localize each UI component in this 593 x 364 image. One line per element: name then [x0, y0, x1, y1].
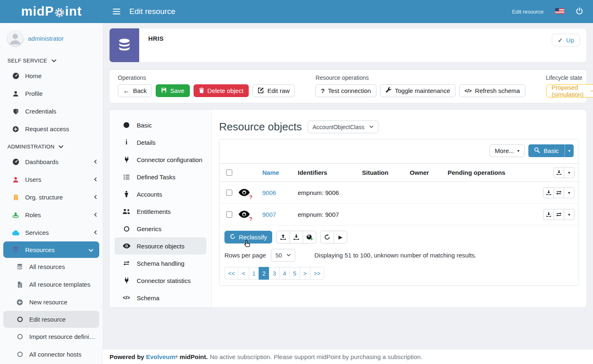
edit-raw-button[interactable]: Edit raw	[252, 84, 295, 97]
chevron-down-icon	[58, 145, 63, 148]
tab-label: Details	[137, 139, 156, 146]
tab-schema-handling[interactable]: Schema handling	[114, 255, 206, 272]
tab-defined-tasks[interactable]: Defined Tasks	[114, 168, 206, 185]
chevron-down-icon	[51, 59, 56, 63]
toggle-maintenance-button[interactable]: Toggle maintenance	[380, 84, 455, 97]
sidebar-item-credentials[interactable]: Credentials	[0, 102, 103, 120]
tab-connector-statistics[interactable]: Connector statistics	[114, 272, 206, 289]
sidebar-item-users[interactable]: Users	[0, 171, 103, 188]
rows-per-page-select[interactable]: 50	[271, 249, 296, 262]
cloud-icon	[12, 230, 20, 236]
object-name-link[interactable]: 9006	[262, 189, 298, 196]
object-class-select[interactable]: AccountObjectClass	[308, 121, 378, 133]
pagination-page-3[interactable]: 3	[269, 267, 280, 280]
tab-label: Generics	[137, 225, 161, 232]
sidebar-item-services[interactable]: Services	[0, 224, 103, 241]
sidebar-item-label: Request access	[25, 125, 97, 132]
registered-mark: ®	[175, 355, 178, 359]
logout-power-icon[interactable]	[576, 7, 583, 16]
sidebar-item-dashboards[interactable]: Dashboards	[0, 153, 103, 171]
pagination-prev[interactable]: <	[238, 267, 249, 280]
plus-circle-icon	[12, 126, 20, 132]
row-checkbox[interactable]	[226, 190, 232, 196]
tab-accounts[interactable]: Accounts	[114, 185, 206, 203]
row-checkbox[interactable]	[226, 211, 232, 218]
edit-raw-label: Edit raw	[267, 87, 289, 94]
sidebar-item-all-resources[interactable]: All resources	[0, 258, 103, 276]
pagination-page-1[interactable]: 1	[249, 267, 259, 280]
tab-entitlements[interactable]: Entitlements	[114, 203, 206, 220]
hamburger-menu-icon[interactable]	[113, 9, 120, 14]
tab-schema[interactable]: </> Schema	[114, 289, 206, 306]
refresh-icon	[230, 234, 236, 241]
column-header-owner: Owner	[410, 169, 448, 176]
paging-summary: Displaying 51 to 100, unknown number of …	[314, 252, 476, 259]
locale-flag-icon[interactable]	[555, 8, 564, 15]
caret-down-icon: ▾	[517, 148, 519, 153]
sidebar-item-resources[interactable]: Resources	[3, 241, 99, 258]
download-button[interactable]	[289, 231, 303, 243]
column-header-name[interactable]: Name	[262, 169, 298, 176]
export-menu-caret[interactable]: ▾	[564, 167, 574, 178]
wrench-icon	[385, 87, 392, 95]
play-button[interactable]: ▶	[334, 231, 347, 243]
circle-filled-icon	[122, 122, 131, 128]
app-logo[interactable]: midP int	[0, 0, 103, 23]
export-button[interactable]	[553, 167, 564, 178]
pagination-page-2[interactable]: 2	[259, 267, 269, 280]
row-exchange-button[interactable]	[553, 209, 564, 220]
user-panel[interactable]: administrator	[0, 23, 103, 52]
sidebar-item-import-resource-definition[interactable]: Import resource definit…	[0, 328, 103, 345]
back-button[interactable]: ← Back	[118, 84, 152, 97]
sidebar-item-profile[interactable]: Profile	[0, 85, 103, 102]
lifecycle-state-select[interactable]: Proposed (simulation)	[546, 84, 593, 97]
refresh-schema-button[interactable]: </> Refresh schema	[459, 84, 525, 97]
resource-status-badge[interactable]: ✓ Up	[552, 34, 580, 46]
row-menu-caret[interactable]: ▾	[564, 209, 574, 220]
sidebar-item-org-structure[interactable]: Org. structure	[0, 188, 103, 206]
pagination-last[interactable]: >>	[310, 267, 324, 280]
pagination-first[interactable]: <<	[224, 267, 238, 280]
evolveum-link[interactable]: Evolveum	[146, 353, 175, 360]
select-all-checkbox[interactable]	[226, 169, 232, 176]
tab-basic[interactable]: Basic	[114, 116, 206, 134]
pagination-page-5[interactable]: 5	[289, 267, 300, 280]
search-basic-button[interactable]: Basic ▾	[528, 144, 574, 157]
section-administration[interactable]: ADMINISTRATION	[0, 138, 103, 153]
refresh-table-button[interactable]	[320, 231, 334, 243]
caret-down-icon: ▾	[568, 190, 570, 195]
section-self-service[interactable]: SELF SERVICE	[0, 52, 103, 67]
search-mode-caret[interactable]: ▾	[565, 144, 574, 157]
more-filters-button[interactable]: More... ▾	[490, 144, 525, 157]
sidebar-item-edit-resource[interactable]: Edit resource	[3, 311, 99, 328]
sidebar-item-all-resource-templates[interactable]: All resource templates	[0, 276, 103, 293]
sidebar-item-roles[interactable]: Roles	[0, 206, 103, 224]
create-report-pie-icon-button[interactable]	[303, 231, 316, 243]
pagination-page-4[interactable]: 4	[279, 267, 290, 280]
pagination-next[interactable]: >	[300, 267, 311, 280]
tab-details[interactable]: i Details	[114, 134, 206, 151]
code-icon: </>	[465, 88, 472, 94]
object-name-link[interactable]: 9007	[262, 211, 298, 218]
row-menu-caret[interactable]: ▾	[564, 187, 574, 198]
rows-per-page-value: 50	[275, 252, 282, 259]
sidebar-item-home[interactable]: Home	[0, 67, 103, 85]
caret-down-icon: ▾	[568, 170, 570, 175]
row-export-button[interactable]	[543, 209, 554, 220]
tab-generics[interactable]: Generics	[114, 220, 206, 237]
tab-connector-configuration[interactable]: Connector configuration	[114, 151, 206, 168]
username-link[interactable]: administrator	[28, 35, 64, 42]
sidebar-item-all-connector-hosts[interactable]: All connector hosts	[0, 345, 103, 363]
sidebar-item-request-access[interactable]: Request access	[0, 120, 103, 138]
sidebar-item-label: Dashboards	[25, 158, 89, 165]
upload-button[interactable]	[276, 231, 290, 243]
row-exchange-button[interactable]	[553, 187, 564, 198]
test-connection-button[interactable]: ? Test connection	[315, 84, 376, 97]
delete-object-button[interactable]: Delete object	[194, 84, 249, 97]
database-icon	[12, 246, 20, 253]
sidebar-item-new-resource[interactable]: New resource	[0, 293, 103, 311]
save-button[interactable]: Save	[156, 84, 189, 97]
breadcrumb: Edit resource	[512, 9, 544, 15]
tab-resource-objects[interactable]: Resource objects	[114, 237, 206, 255]
row-export-button[interactable]	[543, 187, 554, 198]
